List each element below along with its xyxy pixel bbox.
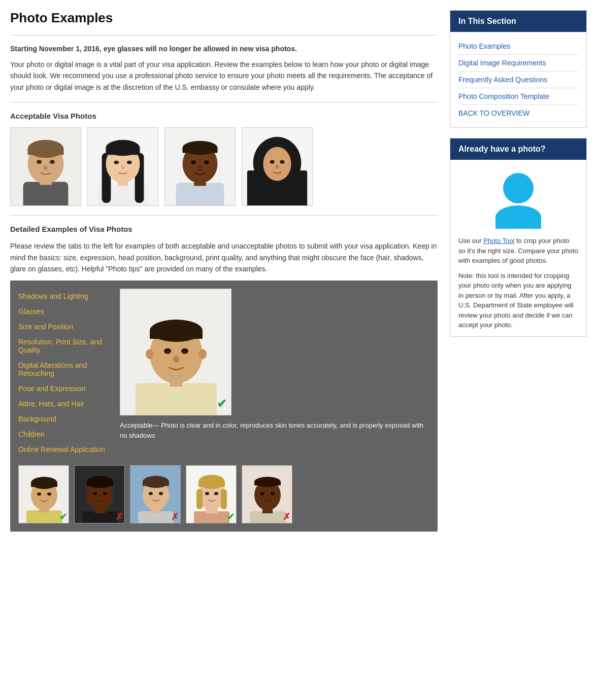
sidebar-nav-item-5[interactable]: BACK TO OVERVIEW — [458, 105, 578, 121]
thumb-1-badge: ✔ — [59, 512, 67, 521]
svg-point-27 — [204, 160, 209, 164]
svg-point-18 — [127, 161, 132, 164]
tab-list-container: Shadows and Lighting Glasses Size and Po… — [18, 289, 120, 457]
sidebar-photo-body: Use our Photo Tool to crop your photo so… — [450, 160, 586, 336]
sidebar-nav-item-3[interactable]: Frequently Asked Questions — [458, 72, 578, 88]
tab-attire[interactable]: Attire, Hats, and Hair — [18, 396, 114, 411]
photo-desc-text-1: Use our — [458, 237, 483, 244]
thumb-3: ✗ — [130, 465, 181, 523]
svg-point-46 — [173, 356, 179, 363]
svg-rect-5 — [28, 149, 64, 155]
svg-point-53 — [37, 493, 41, 496]
svg-point-88 — [271, 492, 275, 495]
acceptable-title: Acceptable Visa Photos — [10, 112, 438, 120]
thumb-5-badge: ✗ — [283, 512, 290, 521]
tab-pose[interactable]: Pose and Expression — [18, 381, 114, 396]
acceptable-photo-4 — [242, 127, 313, 206]
svg-point-26 — [191, 160, 196, 164]
svg-rect-78 — [221, 489, 227, 509]
intro-text: Your photo or digital image is a vital p… — [10, 59, 438, 93]
photo-note-text: Note: this tool is intended for cropping… — [458, 271, 578, 330]
svg-point-17 — [114, 161, 119, 164]
tab-list: Shadows and Lighting Glasses Size and Po… — [18, 289, 114, 457]
acceptable-photo-3 — [164, 127, 236, 206]
sidebar: In This Section Photo Examples Digital I… — [450, 10, 587, 532]
svg-point-7 — [50, 160, 55, 164]
svg-rect-52 — [31, 483, 57, 487]
sidebar-section-header: In This Section — [450, 11, 586, 32]
svg-point-44 — [164, 348, 171, 354]
detailed-title: Detailed Examples of Visa Photos — [10, 225, 438, 233]
acceptable-photo-2 — [87, 127, 158, 206]
svg-point-45 — [181, 348, 188, 354]
thumb-5: ✗ — [242, 465, 292, 523]
svg-point-28 — [197, 165, 203, 171]
sidebar-photo-box: Already have a photo? Use our Photo Tool… — [450, 138, 587, 337]
featured-photo: ✔ — [120, 289, 231, 415]
sidebar-photo-header: Already have a photo? — [450, 138, 586, 160]
svg-point-8 — [44, 165, 48, 170]
thumb-4: ✔ — [186, 465, 237, 523]
page-title: Photo Examples — [10, 10, 438, 26]
svg-point-35 — [276, 165, 279, 169]
svg-rect-86 — [254, 482, 281, 485]
user-icon-head — [503, 173, 534, 203]
svg-point-42 — [146, 349, 154, 359]
svg-point-32 — [263, 147, 291, 181]
sidebar-nav-item-2[interactable]: Digital Image Requirements — [458, 55, 578, 72]
alert-text: Starting November 1, 2016, eye glasses w… — [10, 45, 438, 53]
tab-background[interactable]: Background — [18, 411, 114, 427]
thumb-3-badge: ✗ — [171, 512, 179, 521]
svg-rect-77 — [196, 489, 203, 509]
photo-tool-description: Use our Photo Tool to crop your photo so… — [458, 236, 578, 266]
svg-point-80 — [214, 492, 218, 495]
tab-resolution[interactable]: Resolution, Print Size, and Quality — [18, 334, 114, 358]
sidebar-section-box: In This Section Photo Examples Digital I… — [450, 10, 587, 128]
featured-caption: Acceptable— Photo is clear and in color,… — [120, 421, 429, 440]
sidebar-nav-list: Photo Examples Digital Image Requirement… — [458, 38, 578, 121]
svg-rect-1 — [23, 182, 69, 205]
user-icon-body — [495, 205, 541, 229]
sidebar-nav-item-4[interactable]: Photo Composition Template — [458, 88, 578, 105]
svg-rect-16 — [106, 148, 140, 155]
checkmark-icon: ✔ — [217, 397, 227, 411]
divider-2 — [10, 102, 438, 102]
thumb-2-badge: ✗ — [115, 512, 123, 521]
tab-inner: Shadows and Lighting Glasses Size and Po… — [18, 289, 429, 457]
svg-point-19 — [121, 165, 125, 169]
acceptable-photo-1 — [10, 127, 81, 206]
svg-point-69 — [149, 492, 153, 495]
thumb-1: ✔ — [18, 465, 69, 523]
thumbnail-row: ✔ — [18, 465, 429, 523]
tab-digital[interactable]: Digital Alterations and Retouching — [18, 358, 114, 381]
main-content: Photo Examples Starting November 1, 2016… — [10, 10, 438, 532]
tab-content: ✔ Acceptable— Photo is clear and in colo… — [120, 289, 429, 457]
svg-point-54 — [47, 493, 51, 496]
tab-section: Shadows and Lighting Glasses Size and Po… — [10, 281, 438, 532]
tab-glasses[interactable]: Glasses — [18, 304, 114, 319]
photo-tool-link[interactable]: Photo Tool — [483, 237, 514, 244]
svg-point-61 — [93, 492, 97, 495]
svg-point-33 — [270, 160, 275, 164]
detailed-desc: Please review the tabs to the left for e… — [10, 240, 438, 274]
svg-rect-60 — [87, 482, 113, 486]
tab-shadows[interactable]: Shadows and Lighting — [18, 289, 114, 304]
svg-rect-37 — [136, 383, 217, 415]
tab-size[interactable]: Size and Position — [18, 319, 114, 334]
svg-rect-68 — [143, 482, 169, 486]
svg-rect-41 — [150, 331, 203, 339]
svg-point-62 — [103, 492, 107, 495]
tab-online[interactable]: Online Renewal Application — [18, 442, 114, 457]
svg-point-79 — [205, 492, 209, 495]
sidebar-nav-item-1[interactable]: Photo Examples — [458, 38, 578, 55]
svg-point-6 — [37, 160, 42, 164]
sidebar-section-body: Photo Examples Digital Image Requirement… — [450, 32, 586, 127]
thumb-4-badge: ✔ — [227, 512, 235, 521]
svg-point-43 — [198, 349, 207, 359]
acceptable-photos-row — [10, 127, 438, 206]
svg-rect-25 — [183, 148, 218, 153]
svg-point-70 — [159, 492, 163, 495]
tab-children[interactable]: Children — [18, 427, 114, 442]
svg-rect-76 — [198, 482, 225, 487]
thumb-2: ✗ — [74, 465, 125, 523]
